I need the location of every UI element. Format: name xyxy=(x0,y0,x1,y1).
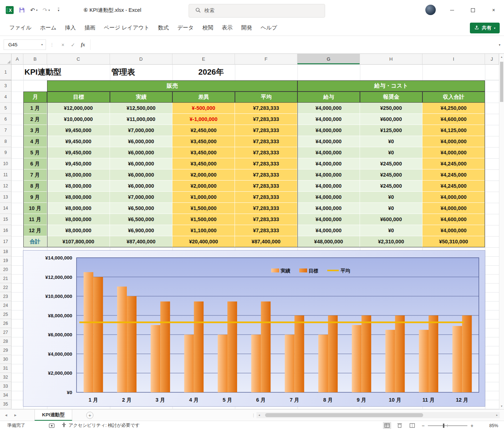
cell-salary[interactable]: ¥4,000,000 xyxy=(297,136,360,147)
cell-income-total[interactable]: ¥4,600,000 xyxy=(422,114,485,125)
cell-actual[interactable]: ¥6,500,000 xyxy=(110,214,172,225)
bar-actual[interactable] xyxy=(117,286,127,392)
cell-diff[interactable]: ¥1,000,000 xyxy=(172,192,235,203)
cell-income-total[interactable]: ¥4,245,000 xyxy=(422,158,485,169)
cell-average[interactable]: ¥7,283,333 xyxy=(235,181,297,192)
cell-goal[interactable]: ¥8,000,000 xyxy=(47,192,110,203)
row-header-18[interactable]: 18 xyxy=(0,247,11,256)
cell-average[interactable]: ¥7,283,333 xyxy=(235,158,297,169)
row-header-27[interactable]: 27 xyxy=(0,328,11,337)
insert-function-button[interactable]: fx xyxy=(78,42,88,48)
legend-label[interactable]: 実績 xyxy=(280,268,291,274)
header-bonus[interactable]: 報奨金 xyxy=(360,92,422,103)
formula-input[interactable] xyxy=(90,39,495,50)
cell-month[interactable]: 3 月 xyxy=(23,125,47,136)
vertical-scrollbar-thumb[interactable] xyxy=(500,62,503,102)
horizontal-scrollbar-thumb[interactable] xyxy=(265,413,423,417)
ribbon-tab-help[interactable]: ヘルプ xyxy=(256,21,281,35)
cancel-entry-button[interactable]: × xyxy=(58,42,68,48)
cell-diff[interactable]: ¥2,450,000 xyxy=(172,125,235,136)
cell-goal[interactable]: ¥9,450,000 xyxy=(47,136,110,147)
cell-average[interactable]: ¥7,283,333 xyxy=(235,147,297,158)
cell-bonus[interactable]: ¥0 xyxy=(360,147,422,158)
cell-bonus[interactable]: ¥245,000 xyxy=(360,158,422,169)
title-kpi-type[interactable]: KPI連動型 xyxy=(24,65,61,80)
cell-diff[interactable]: ¥3,450,000 xyxy=(172,147,235,158)
search-box[interactable]: 検索 xyxy=(189,4,325,18)
cell-actual[interactable]: ¥6,000,000 xyxy=(110,136,172,147)
row-header-23[interactable]: 23 xyxy=(0,292,11,301)
bar-goal[interactable] xyxy=(462,316,472,392)
cell-actual[interactable]: ¥6,000,000 xyxy=(110,147,172,158)
cell-diff[interactable]: ¥3,450,000 xyxy=(172,158,235,169)
zoom-slider-thumb[interactable] xyxy=(443,424,444,428)
cell-total-actual[interactable]: ¥87,400,000 xyxy=(110,236,172,247)
cell-bonus[interactable]: ¥0 xyxy=(360,203,422,214)
cell-empty-b3[interactable] xyxy=(23,80,47,92)
row-header-4[interactable]: 4 xyxy=(0,92,11,103)
cell-average[interactable]: ¥7,283,333 xyxy=(235,214,297,225)
row-header-19[interactable]: 19 xyxy=(0,256,11,265)
cell-salary[interactable]: ¥4,000,000 xyxy=(297,114,360,125)
cell-month[interactable]: 10 月 xyxy=(23,203,47,214)
cell-total-label[interactable]: 合計 xyxy=(23,236,47,247)
column-header-I[interactable]: I xyxy=(422,54,485,65)
undo-dropdown-icon[interactable]: ▾ xyxy=(36,9,37,12)
cell-diff[interactable]: ¥1,500,000 xyxy=(172,214,235,225)
column-header-A[interactable]: A xyxy=(11,54,23,65)
cell-bonus[interactable]: ¥125,000 xyxy=(360,125,422,136)
title-year[interactable]: 2026年 xyxy=(198,65,224,80)
cell-actual[interactable]: ¥7,000,000 xyxy=(110,125,172,136)
cell-income-total[interactable]: ¥4,000,000 xyxy=(422,147,485,158)
bar-goal[interactable] xyxy=(160,302,170,392)
cell-month[interactable]: 4 月 xyxy=(23,136,47,147)
header-salary[interactable]: 給与 xyxy=(297,92,360,103)
ribbon-tab-review[interactable]: 校閲 xyxy=(198,21,217,35)
zoom-slider[interactable] xyxy=(428,425,467,426)
header-diff[interactable]: 差異 xyxy=(172,92,235,103)
cell-average[interactable]: ¥7,283,333 xyxy=(235,203,297,214)
header-goal[interactable]: 目標 xyxy=(47,92,110,103)
ribbon-tab-file[interactable]: ファイル xyxy=(5,21,36,35)
row-header-30[interactable]: 30 xyxy=(0,355,11,364)
scroll-right-icon[interactable]: ► xyxy=(496,412,498,418)
cell-salary[interactable]: ¥4,000,000 xyxy=(297,181,360,192)
scroll-up-icon[interactable]: ▲ xyxy=(499,56,504,58)
cell-average[interactable]: ¥7,283,333 xyxy=(235,125,297,136)
cell-goal[interactable]: ¥10,000,000 xyxy=(47,114,110,125)
column-header-H[interactable]: H xyxy=(360,54,422,65)
ribbon-tab-insert[interactable]: 挿入 xyxy=(61,21,80,35)
accessibility-status[interactable]: アクセシビリティ: 検討が必要です xyxy=(62,422,140,429)
column-header-C[interactable]: C xyxy=(47,54,110,65)
cell-bonus[interactable]: ¥245,000 xyxy=(360,181,422,192)
band-salary-cost[interactable]: 給与・コスト xyxy=(297,80,485,92)
cell-actual[interactable]: ¥7,000,000 xyxy=(110,192,172,203)
row-header-34[interactable]: 34 xyxy=(0,391,11,400)
cell-total-average[interactable]: ¥87,400,000 xyxy=(235,236,297,247)
cell-average[interactable]: ¥7,283,333 xyxy=(235,169,297,181)
cell-goal[interactable]: ¥9,450,000 xyxy=(47,158,110,169)
excel-app-icon[interactable]: X xyxy=(6,6,14,14)
cell-diff[interactable]: ¥2,000,000 xyxy=(172,181,235,192)
bar-actual[interactable] xyxy=(151,325,160,393)
row-header-16[interactable]: 16 xyxy=(0,225,11,236)
header-actual[interactable]: 実績 xyxy=(110,92,172,103)
cell-bonus[interactable]: ¥600,000 xyxy=(360,214,422,225)
row-header-9[interactable]: 9 xyxy=(0,147,11,158)
cell-salary[interactable]: ¥4,000,000 xyxy=(297,192,360,203)
bar-goal[interactable] xyxy=(429,316,438,392)
close-button[interactable]: × xyxy=(483,0,504,20)
zoom-in-button[interactable]: + xyxy=(471,423,473,429)
ribbon-tab-page-layout[interactable]: ページ レイアウト xyxy=(100,21,154,35)
cell-income-total[interactable]: ¥4,250,000 xyxy=(422,103,485,114)
bar-goal[interactable] xyxy=(295,316,304,392)
ribbon-tab-formulas[interactable]: 数式 xyxy=(154,21,173,35)
cell-income-total[interactable]: ¥4,000,000 xyxy=(422,225,485,236)
row-header-6[interactable]: 6 xyxy=(0,114,11,125)
row-header-10[interactable]: 10 xyxy=(0,158,11,169)
cell-month[interactable]: 5 月 xyxy=(23,147,47,158)
cell-actual[interactable]: ¥12,500,000 xyxy=(110,103,172,114)
row-header-32[interactable]: 32 xyxy=(0,373,11,382)
bar-goal[interactable] xyxy=(261,302,271,392)
title-management[interactable]: 管理表 xyxy=(111,65,135,80)
